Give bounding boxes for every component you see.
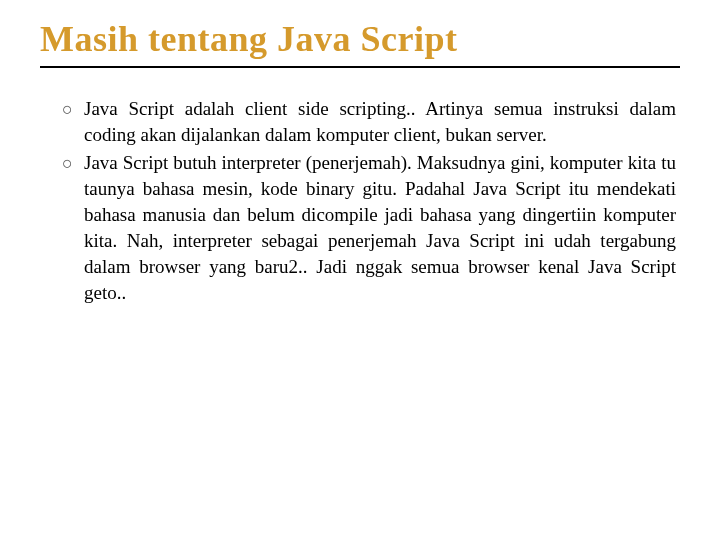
slide-title: Masih tentang Java Script (40, 18, 680, 60)
list-item: ○ Java Script adalah client side scripti… (62, 96, 676, 148)
bullet-icon: ○ (62, 150, 84, 176)
title-block: Masih tentang Java Script (40, 18, 680, 68)
slide: Masih tentang Java Script ○ Java Script … (0, 0, 720, 540)
slide-body: ○ Java Script adalah client side scripti… (40, 96, 680, 306)
bullet-text: Java Script butuh interpreter (penerjema… (84, 150, 676, 306)
bullet-text: Java Script adalah client side scripting… (84, 96, 676, 148)
list-item: ○ Java Script butuh interpreter (penerje… (62, 150, 676, 306)
bullet-icon: ○ (62, 96, 84, 122)
